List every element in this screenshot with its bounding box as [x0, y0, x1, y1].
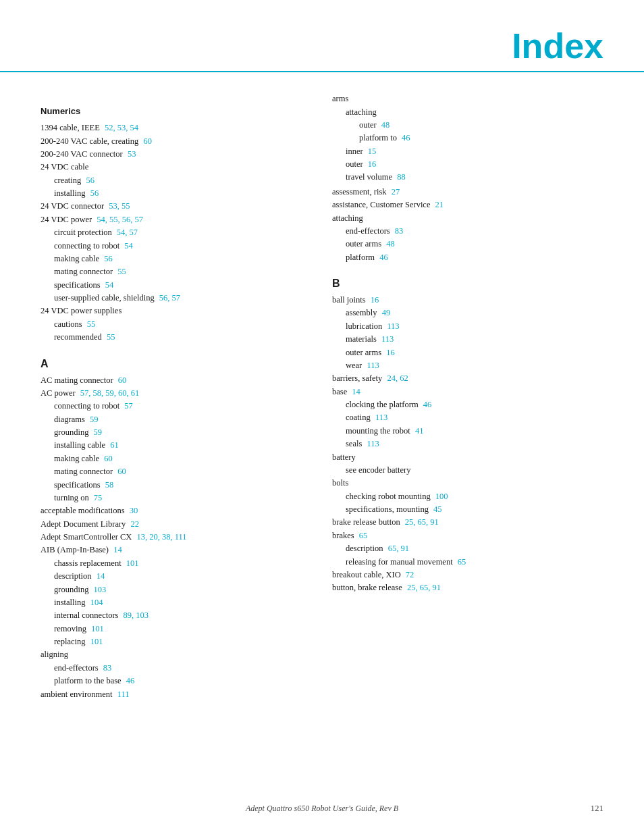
- entry-aligning-end-effectors: end-effectors 83: [41, 662, 312, 675]
- entry-mating-connector-24: mating connector 55: [41, 265, 312, 278]
- entry-ball-joints-outer-arms: outer arms 16: [332, 346, 603, 359]
- entry-barriers-safety: barriers, safety 24, 62: [332, 372, 603, 385]
- entry-24vdc-connector: 24 VDC connector 53, 55: [41, 200, 312, 213]
- entry-circuit-protection: circuit protection 54, 57: [41, 226, 312, 239]
- entry-assistance-customer: assistance, Customer Service 21: [332, 199, 603, 211]
- entry-arms-inner: inner 15: [332, 145, 603, 158]
- page-title: Index: [512, 26, 603, 66]
- entry-attaching-outer-arms: outer arms 48: [332, 238, 603, 251]
- entry-base: base 14: [332, 386, 603, 398]
- entry-grounding-aib: grounding 103: [41, 583, 312, 596]
- entry-arms-outer: outer 16: [332, 158, 603, 171]
- footer-center: Adept Quattro s650 Robot User's Guide, R…: [182, 804, 463, 814]
- left-column: Numerics 1394 cable, IEEE 52, 53, 54 200…: [41, 93, 312, 701]
- entry-diagrams: diagrams 59: [41, 413, 312, 426]
- entry-24vdc-cable: 24 VDC cable: [41, 161, 312, 174]
- entry-installing-cable-ac: installing cable 61: [41, 439, 312, 452]
- page-footer: Adept Quattro s650 Robot User's Guide, R…: [0, 803, 644, 814]
- entry-specifications-ac: specifications 58: [41, 479, 312, 492]
- entry-ball-joints: ball joints 16: [332, 294, 603, 307]
- section-numerics: Numerics: [41, 106, 312, 116]
- entry-arms-outer-attach: outer 48: [332, 119, 603, 132]
- entry-ball-joints-materials: materials 113: [332, 333, 603, 346]
- entry-brakes-description: description 65, 91: [332, 542, 603, 555]
- entry-attaching-platform: platform 46: [332, 251, 603, 264]
- entry-arms-attaching: attaching: [332, 106, 603, 119]
- entry-connecting-to-robot-ac: connecting to robot 57: [41, 400, 312, 413]
- entry-internal-connectors: internal connectors 89, 103: [41, 609, 312, 622]
- entry-cautions: cautions 55: [41, 318, 312, 331]
- entry-ac-power: AC power 57, 58, 59, 60, 61: [41, 387, 312, 400]
- entry-bolts-checking: checking robot mounting 100: [332, 490, 603, 503]
- entry-200-240-vac-cable: 200-240 VAC cable, creating 60: [41, 135, 312, 148]
- entry-ac-mating-connector: AC mating connector 60: [41, 374, 312, 387]
- entry-24vdc-power: 24 VDC power 54, 55, 56, 57: [41, 213, 312, 226]
- entry-description-aib: description 14: [41, 570, 312, 583]
- entry-removing-aib: removing 101: [41, 623, 312, 635]
- entry-replacing-aib: replacing 101: [41, 635, 312, 648]
- entry-turning-on: turning on 75: [41, 492, 312, 504]
- page: Index Numerics 1394 cable, IEEE 52, 53, …: [0, 0, 644, 834]
- entry-1394: 1394 cable, IEEE 52, 53, 54: [41, 122, 312, 134]
- entry-ball-joints-wear: wear 113: [332, 359, 603, 372]
- entry-bolts-specs: specifications, mounting 45: [332, 503, 603, 516]
- entry-base-seals: seals 113: [332, 438, 603, 450]
- entry-aligning: aligning: [41, 648, 312, 661]
- entry-brakes-releasing: releasing for manual movement 65: [332, 556, 603, 569]
- entry-ball-joints-assembly: assembly 49: [332, 307, 603, 319]
- entry-base-mounting-robot: mounting the robot 41: [332, 425, 603, 438]
- entry-mating-connector-ac: mating connector 60: [41, 465, 312, 478]
- entry-specifications-24: specifications 54: [41, 279, 312, 292]
- entry-battery-see: see encoder battery: [332, 464, 603, 477]
- entry-chassis-replacement: chassis replacement 101: [41, 557, 312, 570]
- page-number: 121: [463, 803, 604, 814]
- entry-battery: battery: [332, 451, 603, 464]
- entry-arms: arms: [332, 93, 603, 105]
- content-area: Numerics 1394 cable, IEEE 52, 53, 54 200…: [0, 93, 644, 701]
- entry-connecting-to-robot-24: connecting to robot 54: [41, 240, 312, 253]
- entry-base-clocking: clocking the platform 46: [332, 398, 603, 411]
- entry-making-cable-24: making cable 56: [41, 253, 312, 265]
- entry-attaching-end-effectors: end-effectors 83: [332, 225, 603, 238]
- entry-assessment-risk: assessment, risk 27: [332, 186, 603, 199]
- entry-24vdc-cable-creating: creating 56: [41, 174, 312, 187]
- entry-ball-joints-lubrication: lubrication 113: [332, 320, 603, 333]
- entry-acceptable-modifications: acceptable modifications 30: [41, 504, 312, 517]
- entry-200-240-vac-connector: 200-240 VAC connector 53: [41, 148, 312, 161]
- entry-arms-travel-volume: travel volume 88: [332, 171, 603, 184]
- entry-24vdc-cable-installing: installing 56: [41, 187, 312, 200]
- right-column: arms attaching outer 48 platform to 46 i…: [332, 93, 603, 701]
- entry-user-supplied-cable: user-supplied cable, shielding 56, 57: [41, 292, 312, 305]
- entry-recommended: recommended 55: [41, 331, 312, 344]
- entry-base-coating: coating 113: [332, 411, 603, 424]
- section-a: A: [41, 358, 312, 370]
- entry-ambient-environment: ambient environment 111: [41, 688, 312, 701]
- section-arms-block: arms attaching outer 48 platform to 46 i…: [332, 93, 603, 184]
- entry-adept-smartcontroller: Adept SmartController CX 13, 20, 38, 111: [41, 531, 312, 544]
- entry-brakes: brakes 65: [332, 529, 603, 542]
- entry-grounding-ac: grounding 59: [41, 426, 312, 439]
- entry-making-cable-ac: making cable 60: [41, 452, 312, 465]
- entry-arms-platform-to: platform to 46: [332, 132, 603, 145]
- entry-attaching: attaching: [332, 212, 603, 225]
- entry-brake-release-button: brake release button 25, 65, 91: [332, 516, 603, 529]
- entry-aib: AIB (Amp-In-Base) 14: [41, 544, 312, 556]
- entry-adept-document-library: Adept Document Library 22: [41, 518, 312, 531]
- entry-breakout-cable-xio: breakout cable, XIO 72: [332, 569, 603, 581]
- entry-installing-aib: installing 104: [41, 596, 312, 609]
- entry-aligning-platform: platform to the base 46: [41, 675, 312, 687]
- page-header: Index: [0, 0, 644, 72]
- entry-24vdc-power-supplies: 24 VDC power supplies: [41, 305, 312, 317]
- section-b: B: [332, 278, 603, 290]
- entry-bolts: bolts: [332, 477, 603, 490]
- entry-button-brake-release: button, brake release 25, 65, 91: [332, 581, 603, 594]
